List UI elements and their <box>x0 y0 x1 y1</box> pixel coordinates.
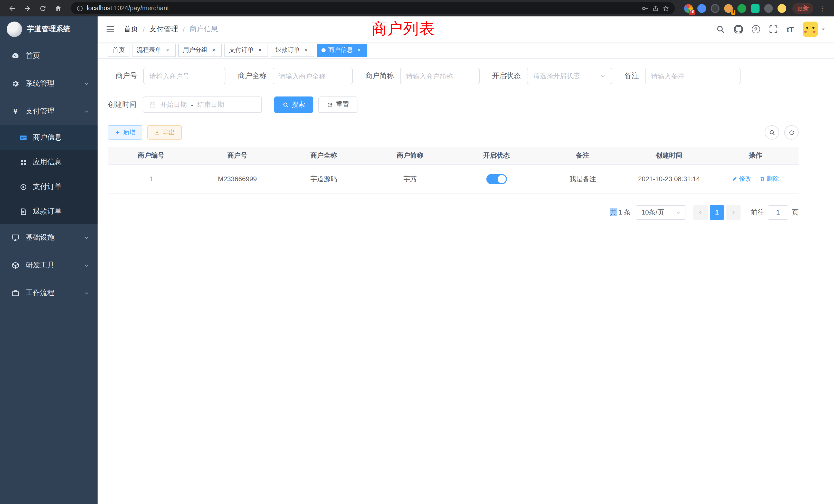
prev-page-button[interactable] <box>693 205 708 220</box>
sidebar-item-refund-order[interactable]: 退款订单 <box>0 199 97 224</box>
toggle-search-button[interactable] <box>765 125 779 140</box>
create-time-range-picker[interactable]: 开始日期 - 结束日期 <box>143 96 262 113</box>
cell-status <box>453 164 540 193</box>
browser-update-button[interactable]: 更新 <box>792 3 813 14</box>
extension-badge: 10 <box>689 9 695 15</box>
bookmark-star-icon[interactable] <box>662 5 669 12</box>
pager: 1 <box>691 205 741 220</box>
tab-close-icon[interactable] <box>303 46 310 54</box>
kebab-menu-icon <box>818 4 826 12</box>
tab-close-icon[interactable] <box>355 46 363 54</box>
sidebar-item-label: 工作流程 <box>26 289 54 298</box>
tab-label: 支付订单 <box>229 46 254 54</box>
sidebar-item-infrastructure[interactable]: 基础设施 <box>0 224 97 251</box>
user-avatar-dropdown[interactable] <box>803 22 826 37</box>
filter-status: 开启状态 请选择开启状态 <box>492 68 612 84</box>
page-size-select[interactable]: 10条/页 <box>636 205 686 220</box>
status-select[interactable]: 请选择开启状态 <box>527 68 612 84</box>
search-button[interactable]: 搜索 <box>274 96 313 113</box>
sidebar-item-pay-order[interactable]: 支付订单 <box>0 175 97 199</box>
merchant-table: 商户编号 商户号 商户全称 商户简称 开启状态 备注 创建时间 操作 1 <box>108 147 798 194</box>
sidebar-item-system[interactable]: 系统管理 <box>0 70 97 97</box>
filter-row-1: 商户号 商户全称 商户简称 <box>108 68 798 84</box>
edit-button-label: 修改 <box>739 175 751 183</box>
browser-menu-button[interactable] <box>815 2 829 15</box>
short-name-input[interactable] <box>406 72 474 80</box>
breadcrumb-payment[interactable]: 支付管理 <box>150 25 178 34</box>
tab-label: 首页 <box>112 46 125 54</box>
extension-icon[interactable] <box>764 4 773 13</box>
export-button[interactable]: 导出 <box>147 125 182 140</box>
sidebar-item-workflow[interactable]: 工作流程 <box>0 279 97 307</box>
add-button[interactable]: 新增 <box>108 125 142 140</box>
right-toolbar <box>765 125 798 140</box>
sidebar-item-label: 支付订单 <box>33 182 62 191</box>
address-bar[interactable]: localhost:1024/pay/merchant <box>71 2 675 14</box>
sidebar-item-home[interactable]: 首页 <box>0 42 97 70</box>
delete-button[interactable]: 删除 <box>760 175 779 183</box>
table-header-row: 商户编号 商户号 商户全称 商户简称 开启状态 备注 创建时间 操作 <box>108 147 798 164</box>
tab-close-icon[interactable] <box>164 46 171 54</box>
app-logo-row[interactable]: 芋道管理系统 <box>0 17 97 42</box>
pagination-total-count: 1 条 <box>616 208 631 216</box>
goto-page-input[interactable] <box>768 205 788 220</box>
browser-forward-button[interactable] <box>21 2 34 15</box>
document-icon <box>20 208 27 215</box>
search-icon[interactable] <box>716 25 725 34</box>
next-page-button[interactable] <box>726 205 741 220</box>
help-icon[interactable] <box>752 25 760 33</box>
avatar <box>803 22 818 37</box>
share-icon[interactable] <box>652 5 659 12</box>
tab-merchant-info[interactable]: 商户信息 <box>317 43 367 57</box>
tab-close-icon[interactable] <box>210 46 217 54</box>
merchant-no-input[interactable] <box>150 72 219 80</box>
reset-button[interactable]: 重置 <box>319 96 357 113</box>
fullscreen-icon[interactable] <box>769 25 778 34</box>
status-toggle[interactable] <box>486 174 507 184</box>
sidebar-item-label: 应用信息 <box>33 158 62 167</box>
status-select-placeholder: 请选择开启状态 <box>533 71 580 81</box>
tab-pay-order[interactable]: 支付订单 <box>224 43 268 57</box>
col-full-name: 商户全称 <box>281 147 367 164</box>
browser-home-button[interactable] <box>51 2 65 15</box>
edit-button[interactable]: 修改 <box>732 175 751 183</box>
extension-icon[interactable] <box>777 4 786 13</box>
hamburger-icon[interactable] <box>105 24 115 35</box>
tab-process-form[interactable]: 流程表单 <box>132 43 176 57</box>
tab-user-group[interactable]: 用户分组 <box>178 43 222 57</box>
breadcrumb-current: 商户信息 <box>190 25 218 34</box>
extension-icon[interactable]: 10 <box>684 4 693 13</box>
extension-icon[interactable] <box>711 4 720 13</box>
password-key-icon[interactable] <box>642 5 649 12</box>
refresh-table-button[interactable] <box>784 125 798 140</box>
tab-home[interactable]: 首页 <box>108 43 129 57</box>
sidebar-item-payment[interactable]: 支付管理 <box>0 97 97 125</box>
tab-close-icon[interactable] <box>256 46 263 54</box>
extension-icon[interactable] <box>697 4 706 13</box>
extension-icon[interactable] <box>738 4 746 13</box>
browser-back-button[interactable] <box>5 2 19 15</box>
table-toolbar: 新增 导出 <box>108 125 798 140</box>
breadcrumb-separator <box>143 25 145 33</box>
tags-view: 首页 流程表单 用户分组 支付订单 <box>97 42 834 59</box>
extension-icon[interactable]: 1 <box>724 4 733 13</box>
browser-reload-button[interactable] <box>36 2 49 15</box>
page-info-icon[interactable] <box>76 5 83 12</box>
font-size-icon[interactable] <box>787 25 794 33</box>
chevron-down-icon <box>84 235 89 240</box>
sidebar-item-dev-tools[interactable]: 研发工具 <box>0 251 97 279</box>
cell-merchant-no: M233666999 <box>194 164 280 193</box>
forward-arrow-icon <box>23 4 31 12</box>
breadcrumb-home[interactable]: 首页 <box>124 25 138 34</box>
sidebar-item-app-info[interactable]: 应用信息 <box>0 150 97 175</box>
page-number-button[interactable]: 1 <box>710 205 724 220</box>
github-icon[interactable] <box>734 25 743 34</box>
full-name-input[interactable] <box>279 72 347 80</box>
extension-badge: 1 <box>731 9 736 15</box>
tab-refund-order[interactable]: 退款订单 <box>271 43 314 57</box>
pagination-total-prefix: 共 <box>610 208 616 216</box>
remark-input[interactable] <box>651 72 734 80</box>
sidebar-item-merchant-info[interactable]: 商户信息 <box>0 125 97 150</box>
refresh-icon <box>327 101 333 108</box>
extension-icon[interactable] <box>751 4 760 13</box>
